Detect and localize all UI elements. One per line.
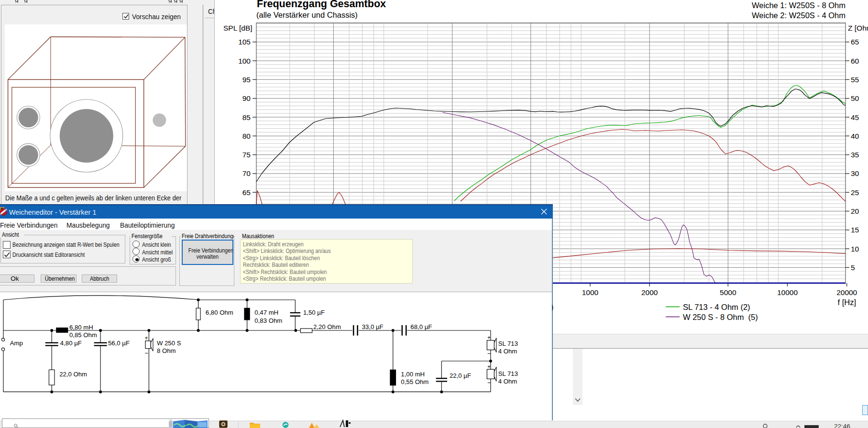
svg-text:SL 713 - 4 Ohm (2): SL 713 - 4 Ohm (2) [683, 303, 750, 311]
svg-text:1,50 µF: 1,50 µF [303, 309, 325, 316]
svg-text:33,0 µF: 33,0 µF [362, 323, 384, 330]
svg-text:0,55 Ohm: 0,55 Ohm [401, 378, 429, 385]
svg-text:+: + [487, 363, 491, 370]
svg-text:−: − [144, 350, 148, 357]
svg-text:20: 20 [851, 207, 859, 215]
svg-text:0,85 Ohm: 0,85 Ohm [69, 331, 97, 339]
svg-text:22,0 Ohm: 22,0 Ohm [59, 371, 87, 378]
svg-text:65: 65 [851, 38, 859, 46]
svg-text:0,83 Ohm: 0,83 Ohm [254, 317, 282, 324]
svg-text:1,00 mH: 1,00 mH [401, 371, 425, 378]
svg-text:30: 30 [851, 169, 859, 177]
svg-text:Weiche 1: W250S - 8 Ohm: Weiche 1: W250S - 8 Ohm [752, 1, 846, 10]
svg-text:15: 15 [851, 226, 859, 234]
svg-text:4 Ohm: 4 Ohm [498, 378, 517, 385]
svg-text:0,47 mH: 0,47 mH [254, 309, 278, 316]
svg-text:20000: 20000 [836, 288, 857, 296]
svg-text:2000: 2000 [641, 288, 658, 296]
svg-text:Amp: Amp [10, 340, 23, 347]
svg-text:45: 45 [851, 113, 859, 121]
svg-text:55: 55 [851, 76, 859, 84]
svg-text:68,0 µF: 68,0 µF [410, 323, 432, 330]
svg-text:SL 713: SL 713 [498, 370, 518, 377]
svg-text:4 Ohm: 4 Ohm [498, 348, 517, 355]
svg-text:+: + [144, 335, 148, 341]
svg-text:Z [Ohm]: Z [Ohm] [848, 24, 868, 32]
svg-text:6,80 mH: 6,80 mH [69, 324, 93, 331]
svg-text:f [Hz]: f [Hz] [837, 298, 856, 307]
svg-text:8 Ohm: 8 Ohm [157, 347, 176, 354]
svg-text:W 250 S - 8 Ohm (5): W 250 S - 8 Ohm (5) [683, 313, 758, 321]
svg-text:2,20 Ohm: 2,20 Ohm [313, 323, 341, 330]
svg-text:50: 50 [851, 94, 859, 102]
svg-text:+: + [487, 334, 491, 341]
svg-text:Weiche 2: W250S - 4 Ohm: Weiche 2: W250S - 4 Ohm [752, 11, 846, 20]
svg-text:10000: 10000 [777, 288, 798, 296]
svg-text:60: 60 [851, 57, 859, 65]
svg-text:10: 10 [851, 245, 859, 253]
svg-text:25: 25 [851, 188, 859, 197]
svg-text:35: 35 [851, 151, 859, 159]
svg-text:5: 5 [851, 263, 855, 272]
svg-text:4,80 µF: 4,80 µF [60, 340, 82, 347]
svg-text:22,0 µF: 22,0 µF [450, 372, 471, 379]
svg-text:40: 40 [851, 132, 859, 140]
svg-text:SL 713: SL 713 [498, 340, 518, 347]
svg-text:6,80 Ohm: 6,80 Ohm [206, 309, 233, 316]
svg-text:1000: 1000 [582, 288, 599, 296]
svg-text:56,0 µF: 56,0 µF [108, 340, 130, 347]
svg-text:5000: 5000 [720, 288, 736, 296]
svg-text:W 250 S: W 250 S [157, 340, 181, 347]
